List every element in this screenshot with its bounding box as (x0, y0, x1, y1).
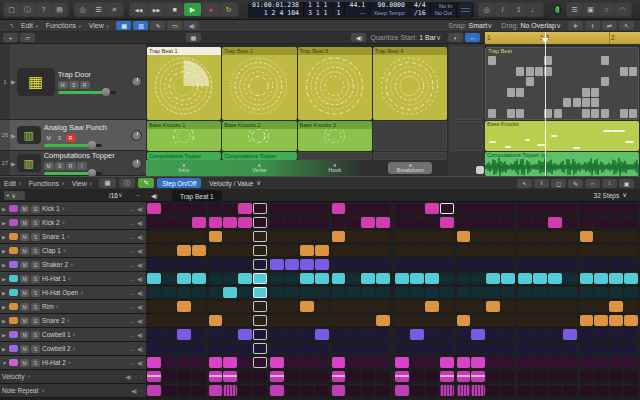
step-cell[interactable] (609, 259, 623, 270)
disclosure-triangle-icon[interactable]: ▶ (2, 318, 7, 324)
seq-row-header[interactable]: ▶MSCowbell 2∨→◀) (0, 342, 146, 355)
step-cell[interactable] (624, 301, 638, 312)
row-s-button[interactable]: S (31, 289, 40, 297)
step-cell[interactable] (332, 217, 346, 228)
step-cell[interactable] (501, 245, 515, 256)
velocity-cell[interactable] (624, 371, 638, 382)
step-cell[interactable] (376, 203, 390, 214)
step-cell[interactable] (563, 245, 577, 256)
step-cell[interactable] (332, 357, 346, 368)
info-icon[interactable]: ⓘ (119, 178, 136, 188)
step-cell[interactable] (563, 231, 577, 242)
step-cell[interactable] (624, 287, 638, 298)
step-cell[interactable] (580, 217, 594, 228)
step-cell[interactable] (238, 343, 252, 354)
loop-cell-trap-beat-1[interactable]: Trap Beat 1 (147, 47, 221, 120)
row-playback-mode-icon[interactable]: → (128, 332, 134, 338)
row-kit-piece-icon[interactable]: ◀) (137, 346, 143, 352)
step-cell[interactable] (253, 343, 267, 354)
step-cell[interactable] (332, 259, 346, 270)
step-cell[interactable] (361, 343, 375, 354)
step-cell[interactable] (300, 343, 314, 354)
step-cell[interactable] (285, 287, 299, 298)
note-repeat-cell[interactable] (425, 385, 439, 396)
row-m-button[interactable]: M (20, 303, 29, 311)
note-repeat-cell[interactable] (580, 385, 594, 396)
count-in-icon[interactable]: 1 (511, 3, 526, 16)
step-cell[interactable] (270, 343, 284, 354)
step-cell[interactable] (395, 203, 409, 214)
step-cell[interactable] (425, 301, 439, 312)
row-s-button[interactable]: S (31, 247, 40, 255)
step-cell[interactable] (425, 259, 439, 270)
v-zoom-icon[interactable]: ↕ (602, 179, 617, 188)
row-m-button[interactable]: M (20, 233, 29, 241)
menu-functions[interactable]: Functions∨ (46, 22, 82, 29)
step-cell[interactable] (285, 329, 299, 340)
step-cell[interactable] (270, 273, 284, 284)
row-m-button[interactable]: M (20, 359, 29, 367)
step-cell[interactable] (410, 287, 424, 298)
step-cell[interactable] (563, 217, 577, 228)
step-cell[interactable] (332, 231, 346, 242)
live-loops-grid-toggle[interactable]: ▦ (116, 21, 131, 30)
seq-menu-view[interactable]: View∨ (72, 180, 93, 187)
velocity-cell[interactable] (270, 371, 284, 382)
region-bass-knocks[interactable]: Bass Knocks (485, 121, 639, 151)
step-cell[interactable] (533, 329, 547, 340)
step-cell[interactable] (376, 357, 390, 368)
step-cell[interactable] (346, 329, 360, 340)
row-s-button[interactable]: S (31, 261, 40, 269)
row-kit-piece-icon[interactable]: ◀) (137, 304, 143, 310)
playhead-marker[interactable] (541, 38, 549, 43)
seq-row-header[interactable]: ▶MSShaker 2∨→◀) (0, 258, 146, 271)
step-cell[interactable] (361, 329, 375, 340)
velocity-cell[interactable] (501, 371, 515, 382)
seq-row-header[interactable]: ▶MSHi-Hat Open∨→◀) (0, 286, 146, 299)
disclosure-triangle-icon[interactable]: ▶ (2, 248, 7, 254)
step-cell[interactable] (486, 315, 500, 326)
row-kit-piece-icon[interactable]: ◀) (137, 206, 143, 212)
step-cell[interactable] (501, 203, 515, 214)
crosshair-tool-icon[interactable]: ✛ (568, 21, 583, 30)
step-cell[interactable] (177, 273, 191, 284)
step-cell[interactable] (624, 343, 638, 354)
row-m-button[interactable]: M (20, 275, 29, 283)
step-cell[interactable] (270, 329, 284, 340)
step-cell[interactable] (410, 315, 424, 326)
disclosure-triangle-icon[interactable]: ▶ (11, 132, 16, 139)
step-cell[interactable] (376, 287, 390, 298)
step-cell[interactable] (332, 315, 346, 326)
row-kit-piece-icon[interactable]: ◀) (137, 220, 143, 226)
scene-chip[interactable]: ∧Breakdown (388, 162, 432, 175)
velocity-cell[interactable] (285, 371, 299, 382)
loop-cell-computations-topper[interactable]: Computations Topper (147, 152, 221, 160)
step-cell[interactable] (410, 343, 424, 354)
step-cell[interactable] (361, 287, 375, 298)
velocity-cell[interactable] (147, 371, 161, 382)
step-cell[interactable] (518, 217, 532, 228)
row-m-button[interactable]: M (20, 331, 29, 339)
step-cell[interactable] (486, 357, 500, 368)
step-cell[interactable] (518, 315, 532, 326)
step-cell[interactable] (533, 301, 547, 312)
step-cell[interactable] (332, 329, 346, 340)
step-cell[interactable] (315, 315, 329, 326)
step-cell[interactable] (580, 329, 594, 340)
step-cell[interactable] (192, 259, 206, 270)
row-kit-piece-icon[interactable]: ◀) (137, 290, 143, 296)
step-cell[interactable] (253, 357, 267, 368)
step-cell[interactable] (177, 259, 191, 270)
grid-divider-icon[interactable]: ▦ (186, 33, 201, 42)
step-cell[interactable] (548, 287, 562, 298)
step-cell[interactable] (300, 203, 314, 214)
pointer-tool-icon[interactable]: ↖ (619, 21, 634, 30)
edit-mode-value-dropdown[interactable]: Velocity / Value∨ (204, 178, 273, 188)
step-cell[interactable] (518, 273, 532, 284)
step-cell[interactable] (209, 287, 223, 298)
velocity-cell[interactable] (609, 371, 623, 382)
step-cell[interactable] (147, 343, 161, 354)
step-cell[interactable] (471, 315, 485, 326)
step-cell[interactable] (457, 357, 471, 368)
speaker-icon[interactable]: ◀) (131, 388, 137, 394)
